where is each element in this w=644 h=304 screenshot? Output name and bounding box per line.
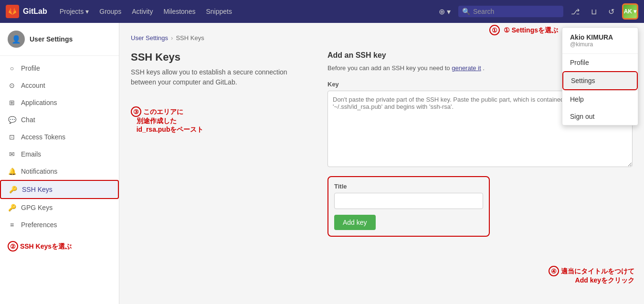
dropdown-signout[interactable]: Sign out — [562, 108, 638, 125]
content-grid: SSH Keys SSH keys allow you to establish… — [131, 51, 633, 237]
sidebar-item-profile[interactable]: ○ Profile — [0, 60, 119, 77]
applications-icon: ⊞ — [8, 99, 16, 106]
profile-icon: ○ — [8, 64, 16, 72]
sidebar-item-applications[interactable]: ⊞ Applications — [0, 94, 119, 111]
page-description: SSH keys allow you to establish a secure… — [131, 67, 312, 87]
annotation-4: ④ 適当にタイトルをつけて Add keyをクリック — [549, 266, 634, 285]
nav-milestones[interactable]: Milestones — [159, 5, 201, 18]
nav-activity[interactable]: Activity — [127, 5, 158, 18]
sidebar-item-access-tokens[interactable]: ⊡ Access Tokens — [0, 128, 119, 146]
left-panel: SSH Keys SSH keys allow you to establish… — [131, 51, 312, 237]
notifications-icon: 🔔 — [8, 168, 16, 175]
breadcrumb-separator: › — [171, 34, 173, 42]
ssh-keys-icon: 🔑 — [9, 186, 17, 193]
sidebar-item-preferences[interactable]: ≡ Preferences — [0, 216, 119, 233]
user-dropdown: Akio KIMURA @kimura Profile Settings Hel… — [562, 27, 638, 126]
account-icon: ⊙ — [8, 82, 16, 89]
sidebar: 👤 User Settings ○ Profile ⊙ Account ⊞ Ap… — [0, 23, 119, 304]
sidebar-header: 👤 User Settings — [0, 23, 119, 56]
breadcrumb: User Settings › SSH Keys — [131, 34, 633, 42]
gitlab-logo[interactable]: GitLab — [6, 5, 47, 18]
top-navigation: GitLab Projects ▾ Groups Activity Milest… — [0, 0, 644, 23]
add-key-button[interactable]: Add key — [334, 215, 376, 230]
sidebar-item-chat[interactable]: 💬 Chat — [0, 111, 119, 128]
sidebar-item-account[interactable]: ⊙ Account — [0, 77, 119, 94]
sidebar-item-gpg-keys[interactable]: 🔑 GPG Keys — [0, 199, 119, 216]
sidebar-item-label: Emails — [21, 150, 41, 158]
generate-it-link[interactable]: generate it — [452, 64, 481, 72]
sidebar-item-label: SSH Keys — [22, 186, 53, 193]
search-input[interactable] — [473, 8, 560, 15]
nav-projects[interactable]: Projects ▾ — [55, 5, 94, 18]
user-display-name: Akio KIMURA — [570, 33, 630, 41]
todos-icon-button[interactable]: ↺ — [604, 4, 618, 19]
dropdown-settings[interactable]: Settings — [562, 71, 638, 90]
user-dropdown-header: Akio KIMURA @kimura — [562, 28, 638, 54]
annotation-2: ② SSH Keysを選ぶ — [0, 237, 119, 252]
sidebar-user-avatar: 👤 — [8, 31, 25, 48]
dropdown-help[interactable]: Help — [562, 91, 638, 108]
chat-icon: 💬 — [8, 116, 16, 124]
search-box: 🔍 — [458, 6, 563, 17]
merge-requests-icon-button[interactable]: ⊔ — [587, 4, 601, 19]
sidebar-item-label: Chat — [21, 116, 35, 124]
nav-groups[interactable]: Groups — [95, 5, 126, 18]
dropdown-profile[interactable]: Profile — [562, 54, 638, 71]
topnav-menu: Projects ▾ Groups Activity Milestones Sn… — [55, 5, 435, 18]
sidebar-item-notifications[interactable]: 🔔 Notifications — [0, 163, 119, 180]
sidebar-nav: ○ Profile ⊙ Account ⊞ Applications 💬 Cha… — [0, 56, 119, 237]
annotation-3: ③ このエリアに 別途作成した id_rsa.pubをペースト — [131, 106, 312, 134]
topnav-right: ⊕ ▾ 🔍 ⎇ ⊔ ↺ AK ▾ Akio KIMURA @kimura Pro… — [435, 3, 638, 20]
page-header: SSH Keys SSH keys allow you to establish… — [131, 51, 312, 87]
page-title: SSH Keys — [131, 51, 312, 63]
access-tokens-icon: ⊡ — [8, 133, 16, 141]
title-section: Title Add key — [327, 176, 490, 237]
emails-icon: ✉ — [8, 150, 16, 158]
user-handle: @kimura — [570, 41, 630, 48]
title-label: Title — [334, 183, 483, 190]
sidebar-item-emails[interactable]: ✉ Emails — [0, 146, 119, 163]
breadcrumb-parent[interactable]: User Settings — [131, 34, 168, 42]
main-layout: 👤 User Settings ○ Profile ⊙ Account ⊞ Ap… — [0, 23, 644, 304]
sidebar-item-label: GPG Keys — [21, 204, 53, 211]
user-avatar-button[interactable]: AK ▾ — [622, 3, 638, 20]
sidebar-title: User Settings — [30, 35, 73, 43]
issues-icon-button[interactable]: ⎇ — [567, 4, 583, 19]
sidebar-item-label: Account — [21, 82, 45, 89]
gitlab-wordmark: GitLab — [23, 7, 47, 16]
create-new-button[interactable]: ⊕ ▾ — [435, 4, 454, 19]
sidebar-item-label: Preferences — [21, 221, 57, 229]
sidebar-item-label: Access Tokens — [21, 133, 65, 141]
user-menu-container: AK ▾ Akio KIMURA @kimura Profile Setting… — [622, 3, 638, 20]
sidebar-item-ssh-keys[interactable]: 🔑 SSH Keys — [0, 180, 119, 199]
sidebar-item-label: Profile — [21, 64, 40, 72]
sidebar-item-label: Notifications — [21, 168, 57, 175]
gpg-keys-icon: 🔑 — [8, 204, 16, 211]
breadcrumb-current: SSH Keys — [176, 34, 204, 42]
search-icon: 🔍 — [462, 8, 470, 15]
title-input[interactable] — [334, 193, 483, 209]
preferences-icon: ≡ — [8, 221, 16, 229]
gitlab-fox-icon — [6, 5, 19, 18]
nav-snippets[interactable]: Snippets — [201, 5, 236, 18]
sidebar-item-label: Applications — [21, 99, 57, 106]
